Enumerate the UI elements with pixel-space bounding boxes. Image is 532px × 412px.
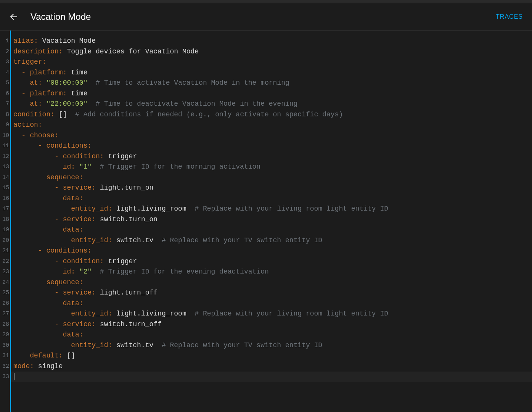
code-line[interactable]: alias: Vacation Mode [13, 36, 532, 47]
code-line[interactable]: - conditions: [13, 246, 532, 256]
code-line[interactable]: - service: light.turn_on [13, 183, 532, 193]
code-line[interactable]: action: [13, 120, 532, 130]
header-left: Vacation Mode [9, 11, 91, 22]
code-line[interactable]: description: Toggle devices for Vacation… [13, 47, 532, 57]
code-line[interactable]: sequence: [13, 172, 532, 183]
code-line[interactable]: data: [13, 193, 532, 204]
code-content[interactable]: alias: Vacation Modedescription: Toggle … [11, 31, 532, 412]
code-line[interactable]: at: "22:00:00" # Time to deactivate Vaca… [13, 99, 532, 109]
code-line[interactable]: mode: single [13, 361, 532, 372]
code-line[interactable]: data: [13, 225, 532, 235]
code-line[interactable]: default: [] [13, 351, 532, 361]
yaml-editor[interactable]: 1234567891011121314151617181920212223242… [0, 31, 532, 412]
code-line[interactable]: - condition: trigger [13, 256, 532, 267]
code-line[interactable]: - service: light.turn_off [13, 288, 532, 298]
line-number-gutter: 1234567891011121314151617181920212223242… [0, 31, 10, 412]
code-line[interactable]: at: "08:00:00" # Time to activate Vacati… [13, 78, 532, 89]
code-line[interactable] [11, 372, 532, 382]
code-line[interactable]: - service: switch.turn_on [13, 214, 532, 225]
code-line[interactable]: - service: switch.turn_off [13, 319, 532, 330]
traces-link[interactable]: TRACES [496, 13, 523, 20]
code-line[interactable]: trigger: [13, 57, 532, 68]
code-line[interactable]: - conditions: [13, 141, 532, 151]
code-line[interactable]: data: [13, 298, 532, 309]
code-line[interactable]: - platform: time [13, 68, 532, 78]
page-title: Vacation Mode [31, 11, 91, 22]
code-line[interactable]: id: "1" # Trigger ID for the morning act… [13, 162, 532, 172]
code-line[interactable]: id: "2" # Trigger ID for the evening dea… [13, 267, 532, 277]
code-line[interactable]: entity_id: switch.tv # Replace with your… [13, 340, 532, 351]
code-line[interactable]: entity_id: switch.tv # Replace with your… [13, 235, 532, 246]
code-line[interactable]: entity_id: light.living_room # Replace w… [13, 309, 532, 319]
code-line[interactable]: sequence: [13, 277, 532, 288]
back-arrow-icon[interactable] [9, 12, 18, 21]
code-line[interactable]: data: [13, 330, 532, 340]
code-line[interactable]: entity_id: light.living_room # Replace w… [13, 204, 532, 214]
window-top-strip [0, 0, 532, 3]
code-line[interactable]: - platform: time [13, 89, 532, 99]
code-line[interactable]: - choose: [13, 130, 532, 141]
code-line[interactable]: - condition: trigger [13, 151, 532, 162]
code-line[interactable]: condition: [] # Add conditions if needed… [13, 109, 532, 120]
header-bar: Vacation Mode TRACES [0, 3, 532, 31]
